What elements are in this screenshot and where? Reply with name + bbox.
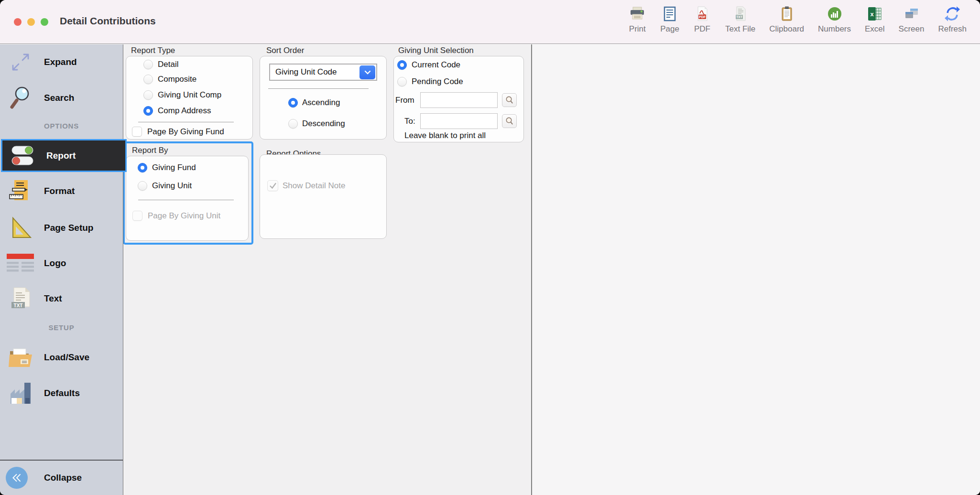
from-search-button[interactable] (502, 93, 517, 107)
from-input[interactable] (420, 92, 498, 108)
checkbox-page-by-giving-unit-label: Page By Giving Unit (148, 211, 220, 221)
clipboard-label: Clipboard (769, 24, 804, 34)
zoom-window-button[interactable] (41, 18, 48, 26)
sort-field-dropdown[interactable]: Giving Unit Code (269, 64, 377, 81)
refresh-button[interactable]: Refresh (938, 5, 967, 34)
pdf-label: PDF (694, 24, 710, 34)
title-bar: Detail Contributions Print Page PDF PDF (0, 0, 980, 44)
svg-text:TXT: TXT (736, 15, 742, 19)
minimize-window-button[interactable] (27, 18, 35, 26)
page-button[interactable]: Page (660, 5, 679, 34)
sidebar-section-setup: SETUP (0, 323, 123, 332)
radio-giving-fund[interactable] (138, 163, 147, 172)
sidebar-item-expand[interactable]: Expand (0, 45, 123, 79)
radio-composite[interactable] (143, 75, 153, 84)
close-window-button[interactable] (14, 18, 22, 26)
radio-descending-label[interactable]: Descending (302, 118, 345, 129)
checkbox-show-detail-note-label: Show Detail Note (283, 181, 345, 191)
pdf-file-icon: PDF (693, 5, 711, 23)
screen-button[interactable]: Screen (899, 5, 925, 34)
radio-pending-code-label[interactable]: Pending Code (412, 76, 463, 87)
screen-label: Screen (899, 24, 925, 34)
radio-current-code[interactable] (397, 60, 407, 70)
toolbar: Print Page PDF PDF TXT Text File (628, 5, 967, 34)
sidebar-item-format[interactable]: Format (0, 174, 123, 208)
radio-giving-unit-label[interactable]: Giving Unit (152, 181, 192, 191)
sidebar-item-page-setup[interactable]: Page Setup (0, 211, 123, 245)
radio-pending-code[interactable] (397, 77, 407, 86)
excel-button[interactable]: x Excel (865, 5, 885, 34)
sort-order-group: Giving Unit Code Ascending Descending (260, 56, 387, 140)
clipboard-button[interactable]: Clipboard (769, 5, 804, 34)
page-icon (661, 5, 679, 23)
sidebar-item-label: Format (44, 186, 75, 196)
window-title: Detail Contributions (60, 15, 156, 27)
sidebar-item-label: Text (44, 293, 62, 304)
radio-giving-fund-label[interactable]: Giving Fund (152, 162, 196, 173)
text-file-button[interactable]: TXT Text File (725, 5, 755, 34)
checkbox-page-by-giving-fund[interactable] (132, 127, 142, 137)
radio-giving-unit-comp-label[interactable]: Giving Unit Comp (158, 90, 221, 100)
giving-unit-selection-group: Current Code Pending Code From To: Leave… (393, 56, 524, 142)
format-document-icon (6, 178, 35, 204)
radio-descending[interactable] (288, 119, 298, 129)
giving-unit-selection-group-label: Giving Unit Selection (398, 46, 474, 55)
radio-composite-label[interactable]: Composite (158, 74, 196, 85)
radio-giving-unit-comp[interactable] (143, 90, 153, 100)
radio-detail[interactable] (143, 60, 153, 69)
separator (268, 88, 369, 89)
radio-detail-label[interactable]: Detail (158, 59, 178, 70)
radio-ascending-label[interactable]: Ascending (302, 97, 340, 108)
checkbox-page-by-giving-fund-label[interactable]: Page By Giving Fund (147, 127, 224, 137)
separator (138, 200, 234, 200)
expand-icon (6, 49, 35, 75)
radio-comp-address[interactable] (143, 106, 153, 116)
radio-current-code-label[interactable]: Current Code (412, 60, 460, 70)
radio-giving-unit[interactable] (138, 181, 147, 191)
sidebar-item-label: Expand (44, 57, 77, 67)
logo-layout-icon (6, 250, 35, 277)
sidebar-item-label: Search (44, 93, 74, 103)
search-icon (6, 85, 35, 111)
numbers-app-icon (826, 5, 844, 23)
text-file-label: Text File (725, 24, 755, 34)
text-file-icon: TXT (731, 5, 750, 23)
separator (138, 122, 234, 122)
sidebar-item-report[interactable]: Report (1, 139, 127, 172)
to-search-button[interactable] (502, 114, 517, 128)
txt-document-icon: TXT (6, 285, 35, 312)
print-button[interactable]: Print (628, 5, 646, 34)
sidebar-item-label: Page Setup (44, 223, 93, 233)
checkbox-show-detail-note (267, 180, 278, 191)
from-label: From (395, 95, 414, 106)
chevron-down-icon (359, 65, 375, 79)
to-input[interactable] (420, 113, 498, 129)
open-folder-icon (6, 344, 35, 371)
printer-icon (628, 5, 646, 23)
set-square-icon (6, 215, 35, 241)
toggle-switches-icon (8, 142, 38, 169)
refresh-icon (943, 5, 961, 23)
svg-text:TXT: TXT (14, 303, 23, 308)
report-by-focus-ring: Report By Giving Fund Giving Unit Page B… (123, 141, 253, 245)
sidebar-item-defaults[interactable]: Defaults (0, 377, 123, 410)
numbers-label: Numbers (818, 24, 851, 34)
radio-comp-address-label[interactable]: Comp Address (158, 106, 211, 116)
sidebar-section-options: OPTIONS (0, 122, 123, 130)
sidebar-item-text[interactable]: TXT Text (0, 282, 123, 315)
sidebar-item-label: Defaults (44, 388, 80, 398)
numbers-button[interactable]: Numbers (818, 5, 851, 34)
sidebar-item-logo[interactable]: Logo (0, 247, 123, 280)
pdf-button[interactable]: PDF PDF (693, 5, 711, 34)
to-label: To: (404, 116, 415, 127)
refresh-label: Refresh (938, 24, 967, 34)
sidebar-item-load-save[interactable]: Load/Save (0, 341, 123, 374)
radio-ascending[interactable] (288, 98, 298, 108)
report-type-group: Detail Composite Giving Unit Comp Comp A… (126, 56, 253, 140)
sidebar-item-search[interactable]: Search (0, 81, 123, 115)
report-preview-area (533, 44, 980, 495)
sidebar-item-label: Collapse (44, 473, 82, 483)
screen-windows-icon (903, 5, 921, 23)
app-window: Detail Contributions Print Page PDF PDF (0, 0, 980, 495)
sidebar-collapse-button[interactable]: Collapse (0, 460, 123, 495)
